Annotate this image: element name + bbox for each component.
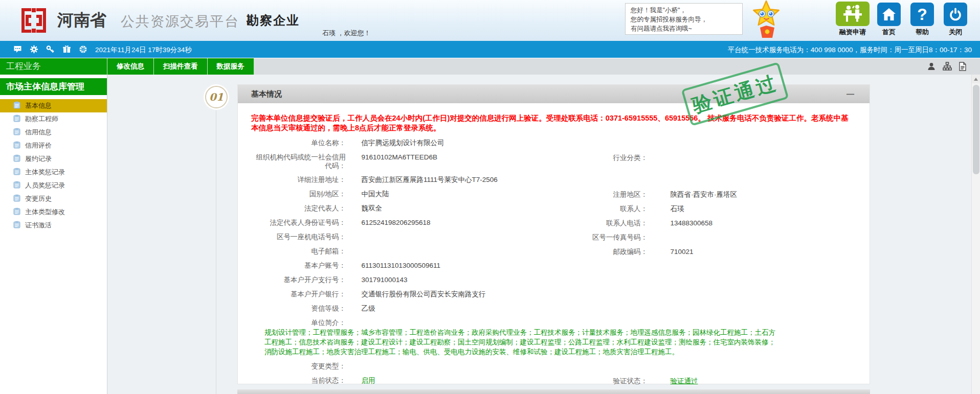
toolbar-green-group: 工程业务 修改信息 扫描件查看 数据服务	[0, 58, 254, 75]
field-basic-account-row: 基本户账号： 611301131013000509611	[251, 259, 870, 273]
sidebar-item-certificate-activation[interactable]: 证书激活	[0, 219, 107, 232]
pdf-icon[interactable]	[959, 62, 967, 71]
scrollbar-thumb[interactable]	[973, 85, 979, 174]
sidebar-item-survey-engineers[interactable]: 勘察工程师	[0, 112, 107, 126]
scroll-up-arrow[interactable]	[972, 75, 980, 83]
field-register-district: 注册地区： 陕西省·西安市·雁塔区	[578, 190, 737, 199]
sidebar-item-credit-evaluation[interactable]: 信用评价	[0, 139, 107, 152]
assistant-bubble-line: 您的专属招投标服务向导，	[631, 15, 737, 24]
field-legal-rep-id-row: 法定代表人身份证号码： 612524198206295618 联系人电话： 13…	[251, 216, 870, 230]
field-contact-person-value: 石瑛	[670, 204, 684, 214]
scan-view-button[interactable]: 扫描件查看	[154, 58, 208, 75]
welcome-text: 石瑛 ，欢迎您！	[322, 29, 371, 38]
sidebar-menu: 基本信息 勘察工程师 信用信息 信用评价 履约记录 主体奖惩记录 人员奖惩记录	[0, 99, 107, 232]
field-basic-account-label: 基本户账号：	[251, 261, 346, 270]
field-legal-representative-row: 法定代表人： 魏双全 联系人： 石瑛	[251, 201, 870, 216]
field-registered-address-value: 西安曲江新区雁展路1111号莱安中心T7-2506	[361, 175, 581, 184]
field-credit-code-label: 组织机构代码或统一社会信用代码：	[251, 153, 346, 170]
field-unit-name-value: 信宇腾远规划设计有限公司	[361, 138, 581, 147]
clipboard-icon	[13, 194, 20, 203]
field-unit-name-row: 单位名称： 信宇腾远规划设计有限公司	[251, 136, 870, 150]
message-icon[interactable]	[13, 45, 22, 54]
finance-apply-label: 融资申请	[836, 28, 870, 37]
field-landline-row: 区号一座机电话号码： 区号一传真号码：	[251, 230, 870, 244]
field-legal-rep-id-value: 612524198206295618	[361, 218, 581, 227]
help-button[interactable]: ? 帮助	[910, 2, 934, 37]
sidebar-item-label: 信用信息	[25, 128, 52, 137]
home-label: 首页	[877, 28, 901, 37]
assistant-bubble[interactable]: 您好！我是"小桥"， 您的专属招投标服务向导， 有问题请点我咨询哦~	[625, 3, 743, 35]
field-current-status-label: 当前状态：	[251, 376, 346, 385]
data-service-button[interactable]: 数据服务	[208, 58, 254, 75]
finance-apply-button[interactable]: 融资申请	[836, 2, 870, 37]
edit-info-button[interactable]: 修改信息	[107, 58, 154, 75]
henan-knot-logo-icon	[18, 5, 49, 38]
enterprise-type-title: 勘察企业	[247, 12, 300, 29]
sidebar-item-label: 基本信息	[25, 101, 52, 110]
sidebar-item-entity-awards-records[interactable]: 主体奖惩记录	[0, 166, 107, 179]
sidebar-item-label: 人员奖惩记录	[25, 181, 65, 190]
sidebar-item-label: 信用评价	[25, 141, 52, 150]
field-change-type-row: 变更类型：	[251, 359, 870, 374]
clipboard-icon	[13, 221, 20, 230]
field-branch-number-label: 基本户开户支行号：	[251, 275, 346, 284]
vertical-scrollbar[interactable]	[971, 75, 980, 394]
toolbar-right-icons	[927, 62, 967, 71]
field-verify-status-label: 验证状态：	[578, 377, 648, 386]
field-industry-category: 行业分类：	[578, 153, 670, 163]
sitemap-icon[interactable]	[943, 62, 952, 71]
service-hotline-text: 平台统一技术服务电话为：400 998 0000，服务时间：周一至周日8：00-…	[728, 45, 972, 55]
field-company-profile-row: 单位简介： 规划设计管理；工程管理服务；城乡市容管理；工程造价咨询业务；政府采购…	[251, 316, 870, 359]
field-country-region-row: 国别/地区： 中国大陆 注册地区： 陕西省·西安市·雁塔区	[251, 187, 870, 201]
sidebar-item-label: 变更历史	[25, 194, 52, 203]
field-current-status-row: 当前状态： 启用 验证状态： 验证通过	[251, 374, 870, 388]
basic-info-panel: 基本情况 — 完善本单位信息提交验证后，工作人员会在24小时内(工作日)对提交的…	[237, 84, 870, 384]
field-company-profile-label: 单位简介：	[251, 318, 346, 327]
sidebar-item-credit-info[interactable]: 信用信息	[0, 126, 107, 139]
close-button[interactable]: 关闭	[943, 2, 968, 37]
clipboard-icon	[13, 154, 20, 164]
field-bank-label: 基本户开户银行：	[251, 290, 346, 298]
sidebar-item-entity-type-change[interactable]: 主体类型修改	[0, 205, 107, 219]
field-verify-status-value[interactable]: 验证通过	[670, 377, 698, 386]
field-legal-representative-value: 魏双全	[361, 204, 581, 213]
finance-counter-icon	[836, 2, 870, 26]
field-change-type-label: 变更类型：	[251, 362, 346, 370]
profile-icon[interactable]	[927, 62, 936, 71]
field-registered-address-row: 详细注册地址： 西安曲江新区雁展路1111号莱安中心T7-2506	[251, 173, 870, 187]
sidebar-item-personnel-awards-records[interactable]: 人员奖惩记录	[0, 179, 107, 192]
key-icon[interactable]	[46, 45, 55, 54]
home-button[interactable]: 首页	[877, 2, 901, 37]
field-verify-status: 验证状态： 验证通过	[578, 376, 698, 386]
sidebar-item-label: 证书激活	[25, 221, 52, 230]
sidebar-item-change-history[interactable]: 变更历史	[0, 192, 107, 205]
clipboard-icon	[13, 141, 20, 150]
next-section-header-partial	[237, 389, 870, 394]
home-icon	[877, 3, 901, 26]
wheel-icon[interactable]	[79, 45, 87, 54]
collapse-button[interactable]: —	[847, 85, 854, 103]
gear-icon[interactable]	[30, 45, 38, 54]
field-contact-person: 联系人： 石瑛	[578, 204, 684, 214]
clipboard-icon	[13, 207, 20, 217]
field-contact-phone-label: 联系人电话：	[578, 219, 648, 228]
field-registered-address-label: 详细注册地址：	[251, 175, 346, 184]
section-number-badge: 01	[205, 86, 228, 108]
sidebar-item-performance-records[interactable]: 履约记录	[0, 152, 107, 166]
clipboard-icon	[13, 181, 20, 190]
field-branch-number-row: 基本户开户支行号： 301791000143	[251, 273, 870, 287]
help-label: 帮助	[910, 28, 934, 37]
datetime-text: 2021年11月24日 17时39分34秒	[95, 45, 192, 55]
sidebar-item-basic-info[interactable]: 基本信息	[0, 99, 107, 112]
sidebar-item-label: 主体类型修改	[25, 207, 65, 217]
status-bar-icons	[13, 45, 87, 54]
field-company-profile-value: 规划设计管理；工程管理服务；城乡市容管理；工程造价咨询业务；政府采购代理业务；工…	[264, 328, 776, 357]
field-unit-name-label: 单位名称：	[251, 138, 346, 147]
power-icon	[944, 3, 967, 26]
gift-icon[interactable]	[62, 45, 71, 54]
field-bank-value: 交通银行股份有限公司西安长安南路支行	[361, 290, 581, 298]
field-postal-code-label: 邮政编码：	[578, 247, 648, 257]
star-mascot-icon[interactable]	[743, 0, 790, 41]
field-landline-label: 区号一座机电话号码：	[251, 233, 346, 241]
field-fax-label: 区号一传真号码：	[578, 233, 648, 242]
